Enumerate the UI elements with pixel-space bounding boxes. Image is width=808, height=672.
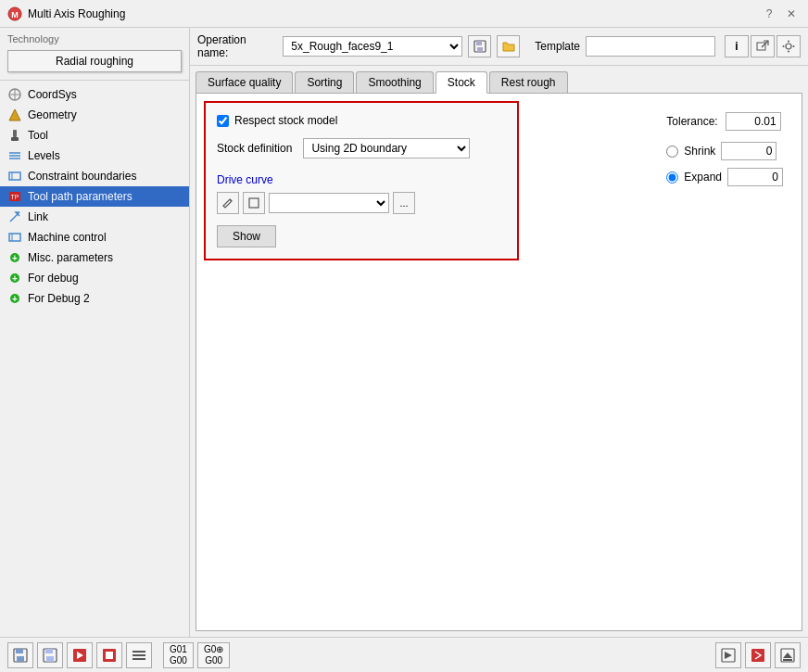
sidebar-item-toolpath[interactable]: TP Tool path parameters xyxy=(0,186,189,207)
debug-icon: + xyxy=(7,271,22,285)
svg-rect-27 xyxy=(757,43,765,50)
sidebar-item-debug[interactable]: + For debug xyxy=(0,268,189,288)
sidebar-item-label-levels: Levels xyxy=(28,149,60,162)
save-btn-2[interactable] xyxy=(37,642,63,668)
arrow-btn[interactable] xyxy=(745,642,771,668)
shrink-row: Shrink xyxy=(666,142,783,160)
gear-icon xyxy=(782,40,795,53)
sidebar-item-label-toolpath: Tool path parameters xyxy=(28,190,133,203)
stop-btn[interactable] xyxy=(96,642,122,668)
svg-text:TP: TP xyxy=(11,194,19,200)
tab-rest-rough[interactable]: Rest rough xyxy=(489,71,568,93)
right-params: Tolerance: Shrink Expand xyxy=(666,112,783,186)
expand-radio[interactable] xyxy=(666,171,678,184)
save-icon xyxy=(473,40,486,53)
operation-name-select[interactable]: 5x_Rough_faces9_1 xyxy=(283,36,462,57)
respect-stock-row: Respect stock model xyxy=(217,114,506,127)
sidebar-item-link[interactable]: Link xyxy=(0,207,189,227)
sidebar-item-label-debug2: For Debug 2 xyxy=(28,292,90,305)
drive-curve-controls: ... xyxy=(217,192,506,214)
export-btn[interactable] xyxy=(715,642,741,668)
template-input[interactable] xyxy=(586,36,715,57)
tab-smoothing[interactable]: Smoothing xyxy=(356,71,433,93)
help-button[interactable]: ? xyxy=(760,5,778,23)
svg-point-31 xyxy=(788,51,789,53)
expand-input[interactable] xyxy=(727,168,783,186)
g01-label: G01 xyxy=(170,644,187,655)
sidebar-item-misc[interactable]: + Misc. parameters xyxy=(0,247,189,268)
shrink-radio[interactable] xyxy=(666,146,678,158)
shrink-label: Shrink xyxy=(684,145,715,158)
g01-g00-button[interactable]: G01 G00 xyxy=(163,642,194,668)
svg-rect-51 xyxy=(751,649,764,662)
edit-icon xyxy=(222,197,234,209)
link-icon xyxy=(7,209,22,224)
tab-sorting[interactable]: Sorting xyxy=(295,71,354,93)
stop-icon xyxy=(102,648,117,663)
sidebar-item-constraint[interactable]: Constraint boundaries xyxy=(0,166,189,186)
svg-text:+: + xyxy=(12,273,18,284)
sidebar-item-label-coordsys: CoordSys xyxy=(28,88,77,101)
edit-curve-button[interactable] xyxy=(217,192,239,214)
operation-name-label: Operation name: xyxy=(197,33,277,59)
g00-circle-button[interactable]: G0⊕ G00 xyxy=(197,642,230,668)
sidebar-item-label-debug: For debug xyxy=(28,272,79,285)
nav-divider xyxy=(0,80,189,81)
svg-rect-45 xyxy=(106,652,113,659)
svg-text:M: M xyxy=(11,10,19,19)
app-icon: M xyxy=(7,6,22,21)
sidebar-item-tool[interactable]: Tool xyxy=(0,125,189,146)
title-bar-left: M Multi Axis Roughing xyxy=(7,6,125,21)
save-btn-1[interactable] xyxy=(7,642,33,668)
list-btn[interactable] xyxy=(126,642,152,668)
sidebar-item-label-tool: Tool xyxy=(28,129,48,142)
shrink-input[interactable] xyxy=(721,142,776,160)
sidebar-item-geometry[interactable]: Geometry xyxy=(0,105,189,125)
svg-point-29 xyxy=(786,44,791,49)
sidebar-item-label-misc: Misc. parameters xyxy=(28,251,113,264)
title-bar: M Multi Axis Roughing ? ✕ xyxy=(0,0,808,28)
bottom-left-buttons: G01 G00 G0⊕ G00 xyxy=(7,642,230,668)
sidebar-item-label-geometry: Geometry xyxy=(28,108,77,121)
title-bar-controls: ? ✕ xyxy=(760,5,801,23)
settings-button[interactable] xyxy=(776,35,801,57)
eject-btn[interactable] xyxy=(775,642,801,668)
svg-rect-7 xyxy=(11,137,19,141)
save-operation-button[interactable] xyxy=(468,35,491,57)
run-btn[interactable] xyxy=(67,642,93,668)
stock-definition-select[interactable]: Using 2D boundary Using STL model None xyxy=(303,138,470,158)
sidebar-item-machine[interactable]: Machine control xyxy=(0,227,189,247)
levels-icon xyxy=(7,148,22,163)
curve-more-button[interactable]: ... xyxy=(393,192,415,214)
svg-rect-25 xyxy=(476,41,482,45)
info-buttons: i xyxy=(725,35,801,57)
radial-roughing-button[interactable]: Radial roughing xyxy=(7,50,182,72)
sidebar-item-label-machine: Machine control xyxy=(28,231,107,244)
curve-select[interactable] xyxy=(269,193,389,213)
show-button[interactable]: Show xyxy=(217,225,276,247)
respect-stock-checkbox[interactable] xyxy=(217,115,229,127)
tolerance-input[interactable] xyxy=(726,112,781,131)
export-template-button[interactable] xyxy=(751,35,775,57)
open-operation-button[interactable] xyxy=(497,35,520,57)
stock-definition-row: Stock definition Using 2D boundary Using… xyxy=(217,138,506,158)
svg-point-30 xyxy=(788,41,789,43)
svg-point-33 xyxy=(793,45,795,47)
sidebar-item-levels[interactable]: Levels xyxy=(0,146,189,166)
info-button[interactable]: i xyxy=(725,35,749,57)
stock-definition-label: Stock definition xyxy=(217,142,292,155)
svg-marker-5 xyxy=(9,109,20,120)
clear-curve-button[interactable] xyxy=(243,192,265,214)
close-button[interactable]: ✕ xyxy=(782,5,801,23)
svg-rect-35 xyxy=(249,198,259,208)
tab-content-stock: Respect stock model Stock definition Usi… xyxy=(196,94,802,631)
tab-surface-quality[interactable]: Surface quality xyxy=(196,71,293,93)
g0o-label: G0⊕ xyxy=(204,644,223,655)
sidebar-item-debug2[interactable]: + For Debug 2 xyxy=(0,288,189,309)
main-content: Technology Radial roughing CoordSys Geom… xyxy=(0,28,808,637)
svg-marker-50 xyxy=(725,652,732,659)
svg-text:+: + xyxy=(12,294,18,304)
sidebar-item-coordsys[interactable]: CoordSys xyxy=(0,84,189,105)
svg-rect-41 xyxy=(46,656,54,662)
tab-stock[interactable]: Stock xyxy=(436,71,487,94)
